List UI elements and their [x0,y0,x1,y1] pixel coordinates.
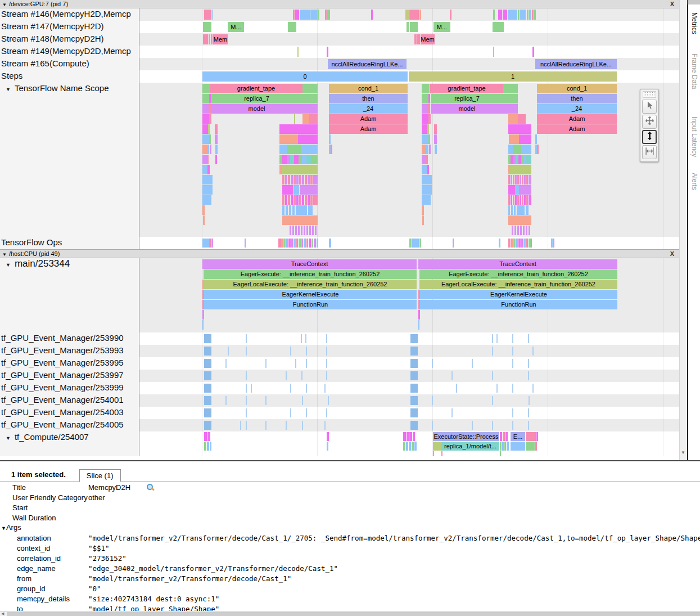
trace-slice[interactable] [503,432,505,441]
vertical-scrollbar[interactable]: ▼ [679,0,687,460]
trace-slice[interactable] [410,359,418,368]
trace-slice[interactable] [414,442,417,451]
trace-slice[interactable] [288,195,290,205]
trace-slice[interactable] [282,205,284,215]
trace-slice[interactable] [202,239,209,248]
trace-slice[interactable] [512,408,513,417]
trace-slice[interactable] [209,34,210,44]
trace-slice[interactable] [310,195,313,205]
trace-slice[interactable] [296,195,299,205]
trace-slice[interactable] [202,175,213,185]
trace-slice[interactable] [492,371,493,380]
trace-slice[interactable] [428,134,430,144]
trace-slice[interactable] [435,145,437,154]
trace-slice[interactable] [409,432,412,441]
trace-slice[interactable] [508,145,513,154]
trace-slice[interactable] [429,145,431,154]
trace-slice[interactable] [528,421,529,430]
trace-slice[interactable] [532,384,534,393]
trace-slice[interactable] [282,195,284,205]
trace-slice[interactable] [286,205,288,215]
trace-slice[interactable] [409,442,411,451]
trace-slice[interactable] [298,134,318,144]
trace-slice[interactable] [281,239,283,248]
trace-slice[interactable] [207,432,210,441]
trace-slice[interactable] [302,155,306,164]
trace-slice[interactable] [203,215,205,225]
trace-slice[interactable] [327,47,328,57]
trace-slice[interactable] [296,175,299,185]
scroll-down-arrow-icon[interactable]: ▼ [681,450,685,455]
trace-slice[interactable] [283,239,286,248]
trace-slice[interactable] [325,10,327,20]
trace-slice[interactable] [450,10,451,20]
trace-slice[interactable] [203,34,208,44]
trace-slice[interactable] [535,134,537,144]
trace-slice[interactable] [294,155,299,164]
trace-slice[interactable] [502,442,504,451]
trace-slice[interactable] [517,226,519,235]
trace-slice[interactable] [496,334,498,343]
trace-slice[interactable] [202,310,204,320]
trace-slice[interactable] [535,442,537,451]
trace-slice[interactable] [246,334,247,343]
trace-slice[interactable] [202,145,207,154]
trace-slice[interactable] [503,84,518,93]
trace-slice[interactable] [410,371,418,380]
trace-slice[interactable] [304,226,305,235]
close-icon[interactable]: X [669,250,676,258]
trace-slice[interactable] [528,408,529,417]
trace-slice[interactable] [207,442,209,451]
args-header[interactable]: ▼Args [0,523,700,533]
trace-slice[interactable] [518,10,519,20]
trace-slice[interactable] [309,226,311,235]
trace-slice[interactable] [514,205,516,215]
trace-slice[interactable] [306,155,311,164]
trace-slice[interactable] [422,165,427,174]
trace-slice[interactable] [517,195,519,205]
trace-slice[interactable] [428,114,431,124]
trace-slice[interactable] [327,10,330,20]
trace-slice[interactable] [529,175,531,185]
trace-slice[interactable] [308,195,310,205]
trace-slice[interactable] [522,175,523,185]
trace-slice[interactable] [492,347,493,356]
trace-slice[interactable] [207,145,209,154]
event-model[interactable]: model [431,104,503,114]
trace-slice[interactable] [292,226,294,235]
trace-slice[interactable] [299,175,301,185]
trace-slice[interactable] [422,145,426,154]
trace-slice[interactable] [527,10,529,20]
side-tab-input-latency[interactable]: Input Latency [690,116,698,157]
trace-slice[interactable] [225,359,227,368]
trace-slice[interactable] [309,114,318,124]
trace-slice[interactable] [432,421,433,430]
trace-slice[interactable] [526,226,527,235]
trace-slice[interactable] [451,408,453,417]
event-gradient-tape[interactable]: gradient_tape [430,84,503,93]
trace-slice[interactable] [551,239,553,248]
trace-slice[interactable] [508,195,510,205]
trace-slice[interactable] [204,396,211,405]
trace-slice[interactable] [508,215,531,225]
trace-slice[interactable] [326,347,327,356]
trace-slice[interactable] [409,10,419,20]
trace-slice[interactable] [418,320,419,330]
trace-slice[interactable] [294,185,299,195]
trace-slice[interactable] [306,347,307,356]
event-tracecontext[interactable]: TraceContext [202,259,417,269]
trace-slice[interactable] [519,134,531,144]
trace-slice[interactable] [451,371,453,380]
trace-slice[interactable] [225,396,227,405]
trace-slice[interactable] [302,94,318,104]
event-m[interactable]: M... [433,22,450,32]
trace-slice[interactable] [427,124,429,134]
event-eagerlocalexecute-inference-train-function-260252[interactable]: EagerLocalExecute: __inference_train_fun… [419,280,617,289]
trace-slice[interactable] [240,421,241,430]
trace-slice[interactable] [295,226,297,235]
trace-slice[interactable] [426,145,428,154]
trace-slice[interactable] [215,145,218,154]
trace-slice[interactable] [288,175,290,185]
trace-slice[interactable] [204,10,211,20]
side-tab-metrics[interactable]: Metrics [690,12,698,34]
